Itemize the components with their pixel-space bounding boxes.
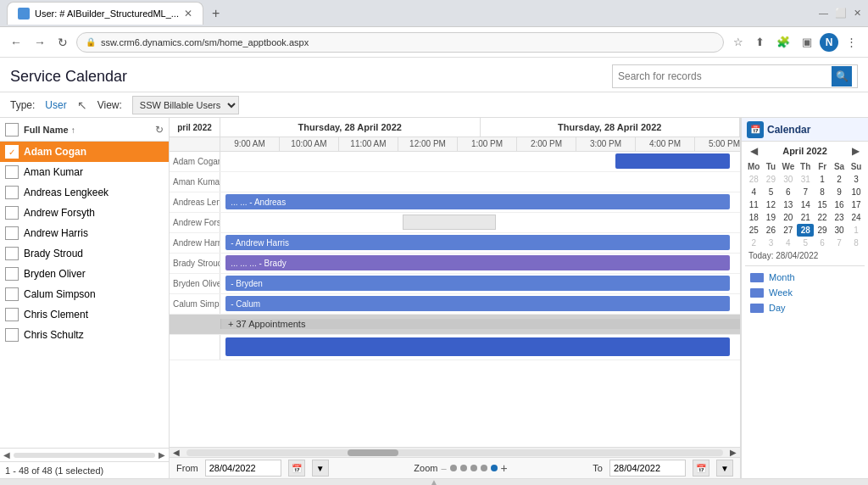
- view-select[interactable]: SSW Billable Users All Users My Users: [132, 96, 239, 114]
- zoom-dot-4[interactable]: [481, 465, 487, 471]
- sidebar-button[interactable]: ▣: [798, 33, 816, 52]
- cal-date[interactable]: 2: [745, 237, 762, 249]
- cal-date[interactable]: 23: [831, 211, 848, 224]
- cal-date[interactable]: 8: [814, 186, 831, 198]
- active-tab[interactable]: User: # AIBuilder_StructuredML_... ✕: [7, 2, 203, 25]
- user-checkbox[interactable]: [5, 287, 19, 301]
- scroll-track[interactable]: [186, 449, 723, 456]
- win-restore[interactable]: ⬜: [835, 8, 847, 19]
- cal-date[interactable]: 20: [779, 211, 797, 224]
- cal-date[interactable]: 16: [831, 198, 848, 211]
- list-item[interactable]: Brady Stroud: [0, 243, 169, 264]
- next-month-button[interactable]: ▶: [849, 145, 863, 157]
- list-item[interactable]: Chris Schultz: [0, 325, 169, 345]
- cal-date[interactable]: 5: [797, 237, 814, 249]
- from-date-picker-button[interactable]: 📅: [288, 460, 305, 477]
- month-view-item[interactable]: Month: [745, 270, 865, 285]
- to-date-input[interactable]: [609, 460, 686, 477]
- zoom-plus-button[interactable]: +: [501, 461, 508, 475]
- sort-icon[interactable]: ↑: [71, 125, 75, 135]
- cal-date[interactable]: 17: [848, 198, 865, 211]
- cal-date[interactable]: 8: [848, 237, 865, 249]
- calendar-event[interactable]: - Bryden: [225, 276, 730, 291]
- cal-date[interactable]: 6: [779, 186, 797, 198]
- user-checkbox[interactable]: [5, 186, 19, 199]
- search-button[interactable]: 🔍: [832, 66, 852, 86]
- cal-date[interactable]: 7: [797, 186, 814, 198]
- list-item[interactable]: Andrew Harris: [0, 223, 169, 243]
- cal-date[interactable]: 29: [762, 173, 779, 186]
- cal-date[interactable]: 29: [814, 224, 831, 237]
- cal-date[interactable]: 3: [762, 237, 779, 249]
- cal-date[interactable]: 2: [831, 173, 848, 186]
- cal-date[interactable]: 7: [831, 237, 848, 249]
- cal-date[interactable]: 13: [779, 198, 797, 211]
- resize-handle[interactable]: ▲: [0, 478, 868, 485]
- scroll-left-arrow[interactable]: ◀: [3, 450, 10, 460]
- cal-date[interactable]: 12: [762, 198, 779, 211]
- bookmark-star-button[interactable]: ☆: [729, 33, 748, 52]
- to-date-dropdown-button[interactable]: ▼: [716, 460, 733, 477]
- cal-date[interactable]: 25: [745, 224, 762, 237]
- user-checkbox[interactable]: [5, 226, 19, 240]
- cal-date[interactable]: 1: [848, 224, 865, 237]
- refresh-list-button[interactable]: ↻: [155, 124, 164, 136]
- user-checkbox[interactable]: [5, 328, 19, 342]
- cal-date[interactable]: 31: [797, 173, 814, 186]
- win-minimize[interactable]: —: [819, 8, 828, 19]
- calendar-event[interactable]: [615, 153, 730, 169]
- user-checkbox[interactable]: [5, 247, 19, 260]
- cal-date[interactable]: 15: [814, 198, 831, 211]
- list-item[interactable]: Adam Cogan: [0, 142, 169, 162]
- cal-date[interactable]: 28: [745, 173, 762, 186]
- new-tab-button[interactable]: +: [207, 6, 225, 21]
- cal-date[interactable]: 27: [779, 224, 797, 237]
- from-date-dropdown-button[interactable]: ▼: [312, 460, 329, 477]
- win-close[interactable]: ✕: [854, 8, 861, 19]
- cal-date[interactable]: 6: [814, 237, 831, 249]
- cal-date[interactable]: 10: [848, 186, 865, 198]
- profile-button[interactable]: N: [820, 33, 838, 52]
- from-date-input[interactable]: [205, 460, 281, 477]
- list-item[interactable]: Bryden Oliver: [0, 264, 169, 284]
- cal-date-today[interactable]: 28: [797, 224, 814, 237]
- cal-date[interactable]: 26: [762, 224, 779, 237]
- cal-date[interactable]: 4: [745, 186, 762, 198]
- scroll-thumb[interactable]: [348, 449, 398, 456]
- cal-date[interactable]: 24: [848, 211, 865, 224]
- zoom-dot-3[interactable]: [470, 465, 477, 471]
- extensions-button[interactable]: 🧩: [772, 33, 794, 52]
- to-date-picker-button[interactable]: 📅: [693, 460, 709, 477]
- list-item[interactable]: Calum Simpson: [0, 284, 169, 304]
- user-checkbox[interactable]: [5, 308, 19, 321]
- calendar-event[interactable]: - Andrew Harris: [225, 235, 730, 250]
- cal-date[interactable]: 30: [779, 173, 797, 186]
- cal-date[interactable]: 3: [848, 173, 865, 186]
- cal-date[interactable]: 5: [762, 186, 779, 198]
- list-item[interactable]: Andreas Lengkeek: [0, 182, 169, 203]
- list-item[interactable]: Chris Clement: [0, 304, 169, 325]
- tab-close-button[interactable]: ✕: [184, 8, 192, 20]
- user-checkbox[interactable]: [5, 165, 19, 179]
- zoom-dot-1[interactable]: [450, 465, 457, 471]
- cal-date[interactable]: 21: [797, 211, 814, 224]
- scroll-right-arrow[interactable]: ▶: [159, 450, 165, 460]
- horizontal-scrollbar[interactable]: [14, 453, 155, 458]
- cal-date[interactable]: 18: [745, 211, 762, 224]
- calendar-event[interactable]: - Calum: [225, 296, 730, 311]
- cal-date[interactable]: 19: [762, 211, 779, 224]
- calendar-event[interactable]: [225, 337, 730, 356]
- address-bar[interactable]: 🔒 ssw.crm6.dynamics.com/sm/home_apptbook…: [76, 32, 724, 53]
- select-all-checkbox[interactable]: [5, 123, 19, 137]
- cal-date[interactable]: 4: [779, 237, 797, 249]
- prev-month-button[interactable]: ◀: [747, 145, 761, 157]
- user-checkbox[interactable]: [5, 145, 19, 159]
- cal-date[interactable]: 11: [745, 198, 762, 211]
- day-view-item[interactable]: Day: [745, 300, 865, 315]
- refresh-button[interactable]: ↻: [54, 32, 71, 53]
- list-item[interactable]: Aman Kumar: [0, 162, 169, 182]
- calendar-event[interactable]: ... ... ... - Brady: [225, 255, 730, 270]
- forward-button[interactable]: →: [31, 32, 49, 53]
- cal-date[interactable]: 22: [814, 211, 831, 224]
- user-checkbox[interactable]: [5, 267, 19, 281]
